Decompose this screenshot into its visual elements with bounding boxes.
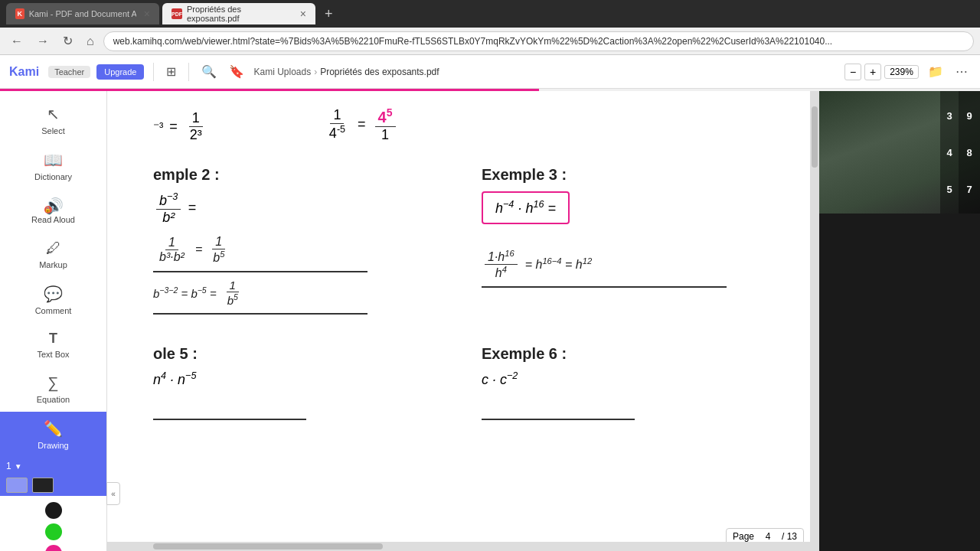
layout-icon-button[interactable]: ⊞	[163, 61, 179, 82]
pdf-favicon: PDF	[172, 8, 182, 19]
number-3: 3	[946, 110, 952, 122]
new-tab-button[interactable]: +	[318, 6, 339, 22]
back-button[interactable]: ←	[6, 33, 28, 50]
vertical-scrollbar[interactable]	[810, 91, 819, 551]
equals-ex2: =	[188, 200, 196, 215]
speaker-icon: 🔊 🔒	[44, 197, 63, 212]
webcam-placeholder: 9 8 7 3 4 5	[819, 91, 980, 214]
document-page: ⁻³ = 1 2³ 1 4-5	[107, 91, 810, 551]
example6-column: Exemple 6 : c · c−2	[482, 337, 764, 420]
search-icon-button[interactable]: 🔍	[198, 61, 220, 82]
collapse-icon: «	[111, 490, 116, 498]
h-scroll-thumb[interactable]	[153, 543, 383, 549]
address-bar[interactable]: web.kamihq.com/web/viewer.html?state=%7B…	[103, 31, 974, 51]
example2-column: emple 2 : b−3 b² =	[153, 158, 436, 315]
example3-step1: 1·h16 h4 = h16−4 = h12	[482, 249, 764, 281]
sidebar-item-equation[interactable]: ∑ Equation	[0, 367, 106, 412]
number-7: 7	[966, 184, 972, 195]
example2-expr: b−3 b² =	[153, 191, 436, 226]
thickness-dropdown-icon[interactable]: ▼	[15, 462, 22, 471]
frac-b-neg3-over-b2: b−3 b²	[156, 191, 181, 226]
numbers-overlay-2: 3 4 5	[940, 91, 959, 214]
color-black[interactable]	[45, 502, 62, 519]
divider-line-1	[153, 271, 368, 272]
breadcrumb-root[interactable]: Kami Uploads	[253, 67, 311, 77]
sidebar-item-drawing[interactable]: ✏️ Drawing	[0, 412, 106, 458]
fraction-1-over-2cube: 1 2³	[187, 110, 205, 143]
example2-header: emple 2 :	[153, 166, 436, 184]
step1-den2: b5	[210, 249, 227, 265]
ex3-eq1: = h16−4 = h12	[525, 256, 592, 272]
sidebar-item-comment-label: Comment	[35, 306, 72, 315]
upgrade-button[interactable]: Upgrade	[96, 64, 144, 80]
tab-pdf[interactable]: PDF Propriétés des exposants.pdf ×	[162, 3, 315, 24]
home-button[interactable]: ⌂	[82, 33, 99, 50]
horizontal-scrollbar[interactable]	[107, 542, 819, 551]
zoom-control: − + 239%	[844, 64, 919, 80]
sidebar-item-markup[interactable]: 🖊 Markup	[0, 232, 106, 277]
frac-num-1: 1	[330, 107, 344, 124]
document-background[interactable]: ⁻³ = 1 2³ 1 4-5	[107, 91, 810, 551]
color-green[interactable]	[45, 523, 62, 540]
sidebar-item-equation-label: Equation	[37, 395, 70, 404]
document-wrapper: ⁻³ = 1 2³ 1 4-5	[107, 91, 819, 551]
color-box-white[interactable]	[6, 478, 28, 493]
step1-eq: =	[195, 243, 202, 256]
zoom-value[interactable]: 239%	[884, 65, 919, 79]
zoom-in-button[interactable]: +	[864, 64, 881, 80]
sidebar-item-read-aloud-label: Read Aloud	[31, 215, 75, 224]
number-8: 8	[966, 147, 972, 158]
forward-button[interactable]: →	[32, 33, 54, 50]
sidebar-item-dictionary[interactable]: 📖 Dictionary	[0, 143, 106, 189]
frac-1h16-over-h4: 1·h16 h4	[485, 249, 518, 281]
sidebar-item-read-aloud[interactable]: 🔊 🔒 Read Aloud	[0, 189, 106, 232]
sidebar-item-select[interactable]: ↖ Select	[0, 97, 106, 143]
page-number-input[interactable]	[757, 531, 779, 542]
step1-num: 1	[165, 236, 178, 250]
book-icon: 📖	[44, 151, 63, 169]
example6-header: Exemple 6 :	[482, 345, 764, 363]
ex3-den: h4	[492, 265, 510, 280]
example2-step2: b−3−2 = b−5 = 1 b5	[153, 279, 436, 307]
textbox-icon: T	[49, 331, 57, 347]
tab-kami-close[interactable]: ×	[144, 8, 150, 20]
tab-kami[interactable]: K Kami - PDF and Document Anno... ×	[6, 3, 159, 24]
webcam-area: 9 8 7 3 4 5	[819, 91, 980, 214]
highlight-icon: 🖊	[46, 240, 61, 257]
color-palette: 🎨	[0, 496, 106, 551]
bookmark-icon-button[interactable]: 🔖	[226, 61, 247, 82]
sidebar-collapse-button[interactable]: «	[106, 482, 120, 505]
fraction-1-over-4neg5: 1 4-5	[326, 107, 348, 142]
frac-1-over-b3b2: 1 b³·b²	[156, 236, 188, 264]
kami-favicon: K	[15, 8, 24, 19]
thickness-value: 1	[6, 461, 11, 471]
address-text: web.kamihq.com/web/viewer.html?state=%7B…	[113, 36, 832, 47]
cursor-icon: ↖	[47, 105, 60, 123]
sidebar-item-textbox[interactable]: T Text Box	[0, 323, 106, 367]
frac-num-b-neg3: b−3	[156, 191, 181, 210]
equals-sign-2: =	[358, 116, 366, 132]
color-box-black[interactable]	[32, 478, 54, 493]
tab-kami-title: Kami - PDF and Document Anno...	[29, 9, 136, 18]
frac-1-over-b5-v2: 1 b5	[224, 279, 241, 307]
document-inner: ⁻³ = 1 2³ 1 4-5	[107, 91, 810, 551]
folder-icon-button[interactable]: 📁	[925, 61, 946, 82]
pencil-icon: ✏️	[44, 419, 63, 438]
tab-pdf-close[interactable]: ×	[300, 8, 306, 20]
frac-den-1: 1	[378, 127, 392, 143]
main-layout: ↖ Select 📖 Dictionary 🔊 🔒 Read Aloud 🖊 M…	[0, 91, 980, 551]
color-pink[interactable]	[45, 545, 62, 551]
more-options-button[interactable]: ⋯	[952, 61, 971, 82]
example5-expr: n4 · n−5	[153, 370, 436, 388]
ex3-num: 1·h16	[485, 249, 518, 265]
reload-button[interactable]: ↻	[58, 32, 77, 50]
step1-den: b³·b²	[156, 250, 188, 264]
page-total-label: / 13	[782, 531, 797, 542]
zoom-out-button[interactable]: −	[844, 64, 861, 80]
example5-column: ole 5 : n4 · n−5	[153, 337, 436, 420]
sidebar-item-comment[interactable]: 💬 Comment	[0, 277, 106, 323]
two-column-section: emple 2 : b−3 b² =	[153, 158, 764, 315]
scroll-thumb[interactable]	[812, 106, 818, 168]
number-5: 5	[946, 184, 952, 195]
right-panel: 9 8 7 3 4 5	[819, 91, 980, 551]
